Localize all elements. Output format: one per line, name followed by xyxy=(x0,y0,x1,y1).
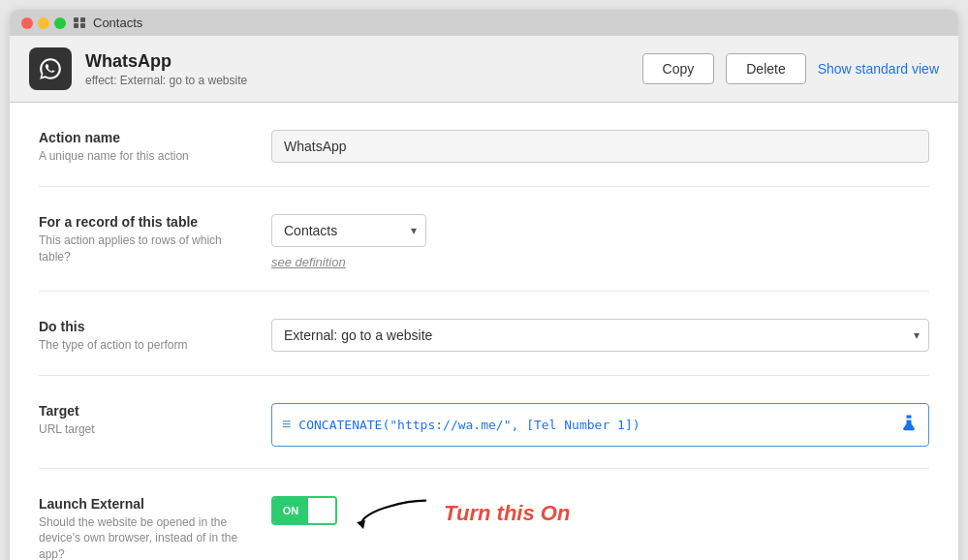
table-desc: This action applies to rows of which tab… xyxy=(39,233,252,265)
formula-field[interactable]: ≡ CONCATENATE("https://wa.me/", [Tel Num… xyxy=(271,403,929,447)
action-name-label-col: Action name A unique name for this actio… xyxy=(39,130,271,165)
launch-external-toggle[interactable]: ON xyxy=(271,496,337,525)
launch-external-row: Launch External Should the website be op… xyxy=(39,496,929,560)
action-header: WhatsApp effect: External: go to a websi… xyxy=(10,36,958,103)
target-row: Target URL target ≡ CONCATENATE("https:/… xyxy=(39,403,929,469)
arrow-annotation: Turn this On xyxy=(357,496,570,531)
subtitle-value: External: go to a website xyxy=(120,74,247,87)
window-controls xyxy=(21,17,66,29)
table-row: For a record of this table This action a… xyxy=(39,214,929,292)
subtitle-prefix: effect: xyxy=(85,74,120,87)
do-this-row: Do this The type of action to perform Ex… xyxy=(39,319,929,376)
launch-external-desc: Should the website be opened in the devi… xyxy=(39,514,252,560)
header-info: WhatsApp effect: External: go to a websi… xyxy=(85,50,247,86)
target-control: ≡ CONCATENATE("https://wa.me/", [Tel Num… xyxy=(271,403,929,447)
action-name-control xyxy=(271,130,929,163)
target-label: Target xyxy=(39,403,252,419)
action-name-row: Action name A unique name for this actio… xyxy=(39,130,929,187)
do-this-label: Do this xyxy=(39,319,252,334)
do-this-control: External: go to a website ▾ xyxy=(271,319,929,352)
copy-button[interactable]: Copy xyxy=(642,53,715,84)
show-standard-view-button[interactable]: Show standard view xyxy=(818,61,939,77)
title-bar: Contacts xyxy=(10,10,958,36)
launch-external-label-col: Launch External Should the website be op… xyxy=(39,496,271,560)
svg-marker-0 xyxy=(357,520,365,529)
close-dot[interactable] xyxy=(21,17,33,29)
turn-on-annotation: Turn this On xyxy=(444,501,570,526)
target-desc: URL target xyxy=(39,421,252,438)
maximize-dot[interactable] xyxy=(54,17,66,29)
window-title: Contacts xyxy=(74,16,142,30)
toggle-on-label: ON xyxy=(273,498,308,523)
action-name-label: Action name xyxy=(39,130,252,145)
action-title: WhatsApp xyxy=(85,50,247,73)
header-actions: Copy Delete Show standard view xyxy=(642,53,939,84)
formula-lines-icon: ≡ xyxy=(282,416,291,433)
launch-external-label: Launch External xyxy=(39,496,252,512)
toggle-off-area xyxy=(308,498,335,523)
formula-value: CONCATENATE("https://wa.me/", [Tel Numbe… xyxy=(298,418,891,432)
see-definition-link[interactable]: see definition xyxy=(271,255,929,269)
arrow-icon xyxy=(357,496,434,531)
table-label-col: For a record of this table This action a… xyxy=(39,214,271,265)
beaker-icon[interactable] xyxy=(899,412,919,438)
target-label-col: Target URL target xyxy=(39,403,271,438)
do-this-label-col: Do this The type of action to perform xyxy=(39,319,271,354)
table-select-wrapper: Contacts ▾ xyxy=(271,214,426,247)
table-select[interactable]: Contacts xyxy=(271,214,426,247)
do-this-select[interactable]: External: go to a website xyxy=(271,319,929,352)
action-name-input[interactable] xyxy=(271,130,929,163)
toggle-area: ON Turn this On xyxy=(271,496,929,531)
launch-external-control: ON Turn this On xyxy=(271,496,929,531)
title-text: Contacts xyxy=(93,16,142,30)
form-content: Action name A unique name for this actio… xyxy=(10,103,958,560)
table-control: Contacts ▾ see definition xyxy=(271,214,929,269)
delete-button[interactable]: Delete xyxy=(726,53,805,84)
table-label: For a record of this table xyxy=(39,214,252,230)
do-this-select-wrapper: External: go to a website ▾ xyxy=(271,319,929,352)
main-window: Contacts WhatsApp effect: External: go t… xyxy=(10,10,958,560)
action-subtitle: effect: External: go to a website xyxy=(85,74,247,87)
minimize-dot[interactable] xyxy=(38,17,49,29)
header-left: WhatsApp effect: External: go to a websi… xyxy=(29,47,247,90)
whatsapp-icon xyxy=(29,47,72,90)
do-this-desc: The type of action to perform xyxy=(39,337,252,354)
action-name-desc: A unique name for this action xyxy=(39,148,252,165)
grid-icon xyxy=(74,17,87,29)
